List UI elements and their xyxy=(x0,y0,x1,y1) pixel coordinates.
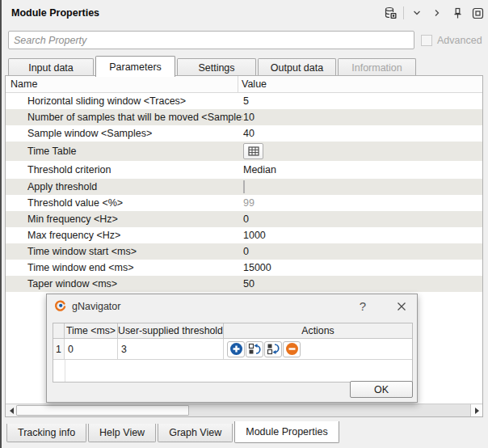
property-value xyxy=(242,143,482,159)
table-row[interactable]: Time Table xyxy=(6,142,482,161)
property-name: Time window start <ms> xyxy=(6,246,242,257)
database-save-icon[interactable] xyxy=(383,6,398,20)
scroll-right-icon xyxy=(475,408,479,414)
table-row[interactable]: Taper window <ms> 50 xyxy=(6,276,482,292)
tab-output-data[interactable]: Output data xyxy=(258,58,336,76)
gnavigator-dialog: gNavigator ? Time <ms> User-supplied thr… xyxy=(46,294,418,403)
table-row[interactable]: Threshold value <%> 99 xyxy=(6,195,482,211)
tab-tracking-info[interactable]: Tracking info xyxy=(6,424,86,442)
tab-parameters[interactable]: Parameters xyxy=(95,56,175,77)
property-value[interactable]: 0 xyxy=(242,213,482,225)
advanced-label: Advanced xyxy=(437,35,482,46)
column-header-name[interactable]: Name xyxy=(6,78,238,90)
property-name: Time Table xyxy=(6,146,242,157)
float-window-icon[interactable] xyxy=(470,6,485,20)
tab-graph-view[interactable]: Graph View xyxy=(158,424,233,442)
property-value[interactable]: 1000 xyxy=(242,230,482,241)
table-row[interactable]: Horizontal sliding window <Traces> 5 xyxy=(6,93,482,109)
time-cell[interactable]: 0 xyxy=(65,339,118,359)
bottom-tab-bar: Tracking info Help View Graph View Modul… xyxy=(6,421,341,444)
property-name: Apply threshold xyxy=(6,181,242,192)
page-title: Module Properties xyxy=(11,7,99,19)
property-value[interactable]: 0 xyxy=(242,246,482,257)
tab-input-data[interactable]: Input data xyxy=(8,58,94,76)
time-column-header[interactable]: Time <ms> xyxy=(65,323,118,339)
property-value[interactable]: 15000 xyxy=(242,262,482,273)
move-down-icon xyxy=(267,343,280,355)
top-tab-bar: Input data Parameters Settings Output da… xyxy=(8,55,418,76)
property-name: Threshold value <%> xyxy=(6,197,242,209)
property-name: Time window end <ms> xyxy=(6,262,242,273)
advanced-checkbox[interactable] xyxy=(421,35,432,46)
property-name: Min frequency <Hz> xyxy=(6,213,242,225)
table-row[interactable]: Max frequency <Hz> 1000 xyxy=(6,227,482,243)
dialog-title: gNavigator xyxy=(72,301,120,312)
threshold-cell[interactable]: 3 xyxy=(118,339,224,359)
chevron-right-icon[interactable] xyxy=(430,6,444,20)
gnavigator-logo-icon xyxy=(54,300,66,315)
table-row[interactable]: Time window start <ms> 0 xyxy=(6,243,482,260)
property-value[interactable]: Median xyxy=(242,164,482,175)
tab-module-properties[interactable]: Module Properties xyxy=(234,421,339,443)
actions-cell xyxy=(224,339,412,359)
search-input[interactable] xyxy=(8,31,414,49)
threshold-column-header[interactable]: User-supplied threshold xyxy=(118,323,224,339)
property-value xyxy=(242,181,482,192)
table-row[interactable]: Min frequency <Hz> 0 xyxy=(6,211,482,227)
panel-toolbar xyxy=(383,4,485,22)
time-table-button[interactable] xyxy=(243,143,263,159)
move-row-down-button[interactable] xyxy=(264,341,282,357)
property-name: Threshold criterion xyxy=(6,164,242,175)
table-row[interactable]: Apply threshold xyxy=(6,179,482,195)
grid-icon xyxy=(248,146,259,156)
row-number[interactable]: 1 xyxy=(53,339,65,359)
dialog-titlebar[interactable]: gNavigator ? xyxy=(47,294,417,318)
add-row-button[interactable] xyxy=(227,341,245,357)
threshold-table-header: Time <ms> User-supplied threshold Action… xyxy=(53,323,412,339)
scroll-left-icon xyxy=(10,408,14,414)
minus-icon xyxy=(285,342,299,356)
scrollbar-thumb[interactable] xyxy=(16,405,189,416)
property-value[interactable]: 50 xyxy=(242,278,482,290)
scroll-right-button[interactable] xyxy=(470,404,482,416)
table-row[interactable]: Time window end <ms> 15000 xyxy=(6,260,482,276)
actions-column-header[interactable]: Actions xyxy=(224,323,412,339)
tab-help-view[interactable]: Help View xyxy=(88,424,156,442)
property-name: Sample window <Samples> xyxy=(6,128,242,139)
horizontal-scrollbar[interactable] xyxy=(6,404,482,416)
property-value: 99 xyxy=(242,197,482,209)
plus-icon xyxy=(229,342,243,356)
row-header-divider xyxy=(65,360,65,382)
threshold-table: Time <ms> User-supplied threshold Action… xyxy=(53,323,413,382)
property-name: Horizontal sliding window <Traces> xyxy=(6,95,242,107)
help-button[interactable]: ? xyxy=(355,299,370,314)
close-icon[interactable] xyxy=(394,299,409,314)
toolbar-separator xyxy=(403,6,404,19)
table-row[interactable]: Sample window <Samples> 40 xyxy=(6,125,482,142)
ok-button[interactable]: OK xyxy=(350,381,413,398)
move-row-up-button[interactable] xyxy=(246,341,263,357)
property-name: Max frequency <Hz> xyxy=(6,230,242,241)
table-row: 1 0 3 xyxy=(53,339,412,360)
tab-information: Information xyxy=(338,58,416,76)
pin-icon[interactable] xyxy=(450,6,465,20)
property-name: Taper window <ms> xyxy=(6,278,242,290)
empty-table-area[interactable] xyxy=(53,360,412,382)
property-grid-header: Name Value xyxy=(6,76,482,93)
property-value[interactable]: 10 xyxy=(242,112,482,123)
column-header-value[interactable]: Value xyxy=(238,78,267,90)
module-properties-panel: Module Properties xyxy=(0,0,488,448)
remove-row-button[interactable] xyxy=(283,341,301,357)
move-up-icon xyxy=(248,343,261,355)
property-value[interactable]: 40 xyxy=(242,128,482,139)
tab-settings[interactable]: Settings xyxy=(177,58,256,76)
apply-threshold-checkbox[interactable] xyxy=(243,180,245,193)
property-name: Number of samples that will be moved <Sa… xyxy=(6,112,242,123)
table-row[interactable]: Threshold criterion Median xyxy=(6,161,482,179)
table-row[interactable]: Number of samples that will be moved <Sa… xyxy=(6,109,482,125)
row-number-header xyxy=(53,323,65,339)
chevron-down-icon[interactable] xyxy=(410,6,424,20)
property-value[interactable]: 5 xyxy=(242,95,482,107)
